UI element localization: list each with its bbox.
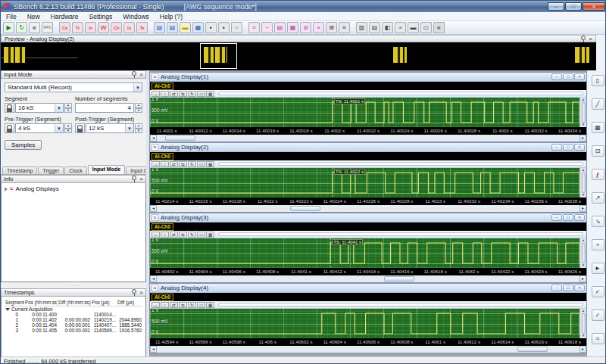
- zoom-select-icon[interactable]: ⊡: [592, 145, 604, 157]
- chevron-down-icon[interactable]: ▼: [55, 124, 63, 132]
- horizontal-scrollbar[interactable]: ◄►: [150, 275, 586, 282]
- timestamp-row[interactable]: 30:00:11.4050:00:00.0011140599...1916.57…: [5, 328, 142, 333]
- apply-a-icon[interactable]: ✓: [592, 286, 604, 297]
- preview-selection-box[interactable]: [200, 43, 237, 69]
- pre-trigger-select[interactable]: 4 kS ▼: [15, 123, 64, 133]
- menu-item-settings[interactable]: Settings: [84, 13, 118, 20]
- display-maximize-button[interactable]: □: [563, 285, 573, 291]
- segment-size-stepper[interactable]: ▲▼: [64, 103, 72, 113]
- import-icon[interactable]: ↘: [592, 216, 604, 227]
- zoom-reset-icon[interactable]: ↻: [188, 91, 196, 97]
- xy-icon[interactable]: ×: [313, 22, 324, 33]
- scroll-left-icon[interactable]: ◄: [150, 135, 157, 142]
- scroll-left-icon[interactable]: ◄: [150, 205, 157, 212]
- vertical-scrollbar[interactable]: ▲▼: [579, 309, 586, 338]
- apply-b-icon[interactable]: ✓: [592, 310, 604, 321]
- segment-size-select[interactable]: 16 kS ▼: [15, 103, 64, 113]
- table-icon[interactable]: ▦: [287, 22, 298, 33]
- screen-b-icon[interactable]: ▪: [218, 22, 230, 33]
- list-icon[interactable]: ≡: [339, 22, 350, 33]
- display-maximize-button[interactable]: □: [563, 73, 573, 80]
- cursor-b-icon[interactable]: ▦: [206, 91, 214, 97]
- horizontal-scrollbar[interactable]: ◄►: [150, 135, 586, 142]
- scroll-down-icon[interactable]: ▼: [582, 123, 585, 126]
- vertical-scrollbar[interactable]: ▲▼: [579, 168, 586, 198]
- zoom-reset-icon[interactable]: ↻: [188, 161, 196, 167]
- scroll-right-icon[interactable]: ►: [579, 275, 586, 282]
- horizontal-scroll-thumb[interactable]: [290, 206, 320, 211]
- horizontal-scroll-thumb[interactable]: [165, 135, 195, 141]
- timestamps-col-header[interactable]: Diff (hh:mm:ss): [58, 299, 91, 306]
- cursor-b-icon[interactable]: ▦: [206, 161, 214, 167]
- timestamp-row[interactable]: 00:00:11.4001140014...: [5, 312, 142, 317]
- cursor-a-icon[interactable]: ▭: [197, 302, 205, 308]
- cursor-b-icon[interactable]: ▦: [206, 302, 214, 308]
- close-all-icon[interactable]: ×: [395, 22, 406, 33]
- disable-icon[interactable]: ⊘: [300, 22, 311, 33]
- waveform-tool-icon[interactable]: ≈: [592, 333, 604, 344]
- trigger-setup-icon[interactable]: Tr: [72, 22, 83, 33]
- loop-icon[interactable]: ↻: [16, 22, 27, 33]
- grid-icon[interactable]: ⊞: [326, 22, 337, 33]
- channel-tag[interactable]: AI-Ch0: [152, 82, 173, 90]
- vertical-scrollbar[interactable]: ▲▼: [579, 238, 586, 268]
- zoom-reset-icon[interactable]: ↻: [188, 232, 196, 238]
- panel-splitter[interactable]: ·····: [1, 282, 146, 288]
- timestamps-col-header[interactable]: Pos (hh:mm:ss): [24, 299, 58, 306]
- cursor-b-icon[interactable]: ▦: [206, 232, 214, 238]
- collapse-icon[interactable]: [5, 308, 10, 311]
- close-panel-icon[interactable]: ×: [139, 72, 143, 77]
- close-panel-icon[interactable]: ×: [139, 290, 143, 295]
- vertical-scroll-thumb[interactable]: [582, 102, 586, 123]
- start-icon[interactable]: ▶: [3, 22, 14, 33]
- new-file-icon[interactable]: ▯: [592, 75, 604, 86]
- menu-item-new[interactable]: New: [22, 13, 45, 20]
- horizontal-scrollbar[interactable]: ◄►: [150, 205, 586, 212]
- zoom-y-icon[interactable]: ↕: [161, 232, 169, 238]
- chevron-down-icon[interactable]: ▼: [133, 83, 142, 92]
- pan-left-right-icon[interactable]: ⇄: [170, 232, 178, 238]
- waveform-plot[interactable]: 1 V500 mV0 VTS: 11.4001 s: [150, 98, 579, 127]
- minimize-button[interactable]: –: [548, 2, 564, 11]
- num-segments-field[interactable]: 4: [75, 103, 134, 113]
- tile-vertical-icon[interactable]: ▥: [356, 22, 367, 33]
- pan-right-left-icon[interactable]: ⇆: [179, 232, 187, 238]
- timestamps-col-header[interactable]: Pos (µs): [91, 299, 117, 306]
- stop-icon[interactable]: ■: [29, 22, 40, 33]
- display-minimize-button[interactable]: –: [551, 73, 562, 80]
- scroll-up-icon[interactable]: ▲: [582, 98, 585, 101]
- display-minimize-button[interactable]: –: [551, 214, 562, 221]
- tree-item-analog-displays[interactable]: ≈ Analog Displays: [2, 183, 145, 192]
- chevron-down-icon[interactable]: ▼: [125, 124, 133, 132]
- fifo-icon[interactable]: FIFO: [42, 22, 53, 33]
- scroll-down-icon[interactable]: ▼: [582, 194, 585, 197]
- horizontal-scroll-thumb[interactable]: [517, 347, 548, 352]
- menu-item-help-[interactable]: Help (?): [155, 13, 188, 20]
- input-setup-icon[interactable]: In: [85, 22, 96, 33]
- zoom-y-icon[interactable]: ↕: [161, 161, 169, 167]
- channel-setup-icon[interactable]: Ch: [111, 22, 122, 33]
- waveform-plot[interactable]: 1 V500 mV0 V: [150, 309, 579, 338]
- timestamps-col-header[interactable]: Segment: [5, 299, 24, 306]
- display-close-button[interactable]: ×: [574, 285, 585, 291]
- scroll-right-icon[interactable]: ►: [579, 346, 586, 353]
- timestamps-group-row[interactable]: Current Acquisition: [5, 306, 142, 313]
- blank-icon[interactable]: ■: [433, 22, 445, 33]
- num-segments-stepper[interactable]: ▲▼: [135, 103, 142, 113]
- vertical-scrollbar[interactable]: ▲▼: [579, 98, 586, 127]
- close-panel-icon[interactable]: ×: [589, 36, 592, 42]
- close-button[interactable]: ×: [583, 2, 605, 11]
- export-icon[interactable]: ↗: [592, 192, 604, 204]
- expander-icon[interactable]: [5, 187, 8, 191]
- samples-button[interactable]: Samples: [5, 140, 42, 150]
- maximize-button[interactable]: □: [565, 2, 582, 11]
- chevron-down-icon[interactable]: ▼: [55, 104, 63, 112]
- scroll-down-icon[interactable]: ▼: [582, 334, 585, 338]
- scroll-down-icon[interactable]: ▼: [582, 264, 585, 267]
- pan-right-left-icon[interactable]: ⇆: [179, 91, 187, 97]
- display-close-button[interactable]: ×: [574, 214, 585, 221]
- timestamps-col-header[interactable]: Diff (µs): [117, 299, 142, 306]
- cursor-a-icon[interactable]: ▭: [197, 232, 205, 238]
- curve-icon[interactable]: ~: [261, 22, 273, 33]
- pan-left-right-icon[interactable]: ⇄: [170, 91, 178, 97]
